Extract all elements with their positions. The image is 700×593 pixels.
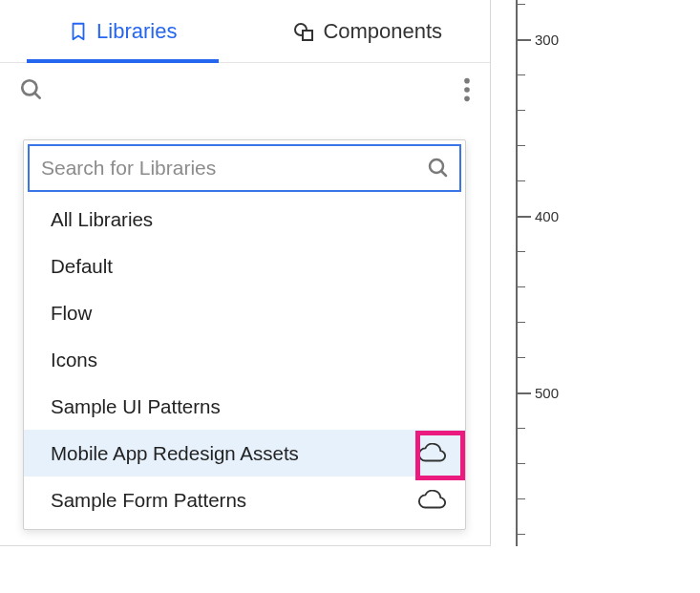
- cloud-icon: [417, 490, 446, 511]
- svg-line-8: [441, 171, 446, 176]
- svg-rect-1: [303, 31, 312, 40]
- dropdown-search[interactable]: [28, 144, 461, 192]
- search-icon[interactable]: [19, 77, 44, 102]
- search-icon[interactable]: [427, 157, 450, 180]
- libraries-panel: Libraries Components All LibrariesDefaul…: [0, 0, 491, 546]
- libraries-dropdown: All LibrariesDefaultFlowIconsSample UI P…: [23, 139, 466, 530]
- library-item-label: Sample UI Patterns: [51, 395, 221, 418]
- ruler: 300400500: [516, 0, 554, 546]
- svg-point-6: [464, 96, 470, 102]
- svg-point-5: [464, 87, 470, 93]
- tab-libraries-label: Libraries: [96, 19, 177, 44]
- library-item[interactable]: All Libraries: [24, 196, 465, 243]
- library-item[interactable]: Sample UI Patterns: [24, 383, 465, 430]
- library-item-label: Sample Form Patterns: [51, 489, 246, 512]
- dropdown-list: All LibrariesDefaultFlowIconsSample UI P…: [24, 196, 465, 523]
- components-icon: [292, 20, 315, 43]
- library-item-label: Mobile App Redesign Assets: [51, 442, 299, 465]
- bookmark-icon: [68, 21, 89, 42]
- library-item[interactable]: Default: [24, 243, 465, 289]
- library-item-label: Icons: [51, 349, 97, 371]
- panel-toolbar: [0, 63, 490, 116]
- ruler-label: 400: [535, 207, 559, 223]
- ruler-label: 300: [535, 31, 559, 47]
- cloud-icon: [417, 443, 446, 464]
- library-item[interactable]: Icons: [24, 336, 465, 383]
- svg-line-3: [34, 93, 39, 97]
- library-item[interactable]: Flow: [24, 289, 465, 336]
- library-item[interactable]: Mobile App Redesign Assets: [24, 430, 465, 477]
- search-input[interactable]: [39, 156, 427, 180]
- library-item[interactable]: Sample Form Patterns: [24, 477, 465, 523]
- tab-bar: Libraries Components: [0, 0, 490, 63]
- ruler-label: 500: [535, 384, 559, 400]
- library-item-label: Default: [51, 255, 113, 278]
- library-item-label: All Libraries: [51, 208, 153, 231]
- tab-libraries[interactable]: Libraries: [0, 0, 245, 62]
- library-item-label: Flow: [51, 302, 92, 325]
- svg-point-4: [464, 78, 470, 84]
- more-menu-icon[interactable]: [463, 76, 471, 103]
- tab-components-label: Components: [323, 19, 442, 44]
- tab-components[interactable]: Components: [245, 0, 491, 62]
